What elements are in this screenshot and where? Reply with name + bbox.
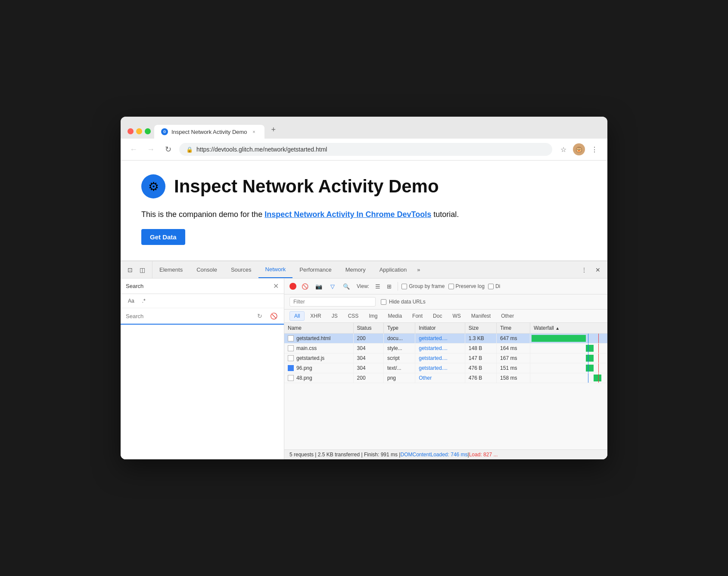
status-dom-loaded[interactable]: DOMContentLoaded: 746 ms: [400, 452, 467, 458]
waterfall-cell: [530, 353, 607, 363]
title-bar: ⚙ Inspect Network Activity Demo × +: [121, 117, 607, 139]
get-data-button[interactable]: Get Data: [141, 229, 185, 245]
devtools-link[interactable]: Inspect Network Activity In Chrome DevTo…: [264, 210, 431, 219]
preserve-log-label: Preserve log: [456, 283, 485, 289]
match-case-button[interactable]: Aa: [126, 297, 137, 305]
table-row[interactable]: getstarted.html200docu...getstarted....1…: [284, 334, 607, 344]
page-content: ⚙ Inspect Network Activity Demo This is …: [121, 161, 607, 260]
initiator-link[interactable]: Other: [419, 375, 432, 381]
tab-more-button[interactable]: »: [414, 261, 423, 278]
tab-sources[interactable]: Sources: [224, 261, 258, 278]
refresh-button[interactable]: ↻: [162, 143, 174, 155]
search-network-button[interactable]: 🔍: [341, 281, 352, 291]
tab-console[interactable]: Console: [190, 261, 224, 278]
regex-button[interactable]: .*: [140, 297, 148, 305]
type-filter-ws[interactable]: WS: [448, 311, 465, 321]
type-filter-doc[interactable]: Doc: [428, 311, 447, 321]
close-traffic-light[interactable]: [128, 128, 134, 134]
record-button[interactable]: [289, 283, 296, 290]
network-table: Name Status Type Initiator Size Time Wat…: [284, 323, 607, 383]
col-time[interactable]: Time: [497, 323, 530, 334]
file-name: 96.png: [296, 365, 312, 371]
type-filter-font[interactable]: Font: [408, 311, 427, 321]
tab-elements[interactable]: Elements: [152, 261, 190, 278]
list-view-button[interactable]: ☰: [373, 281, 383, 291]
network-table-container[interactable]: Name Status Type Initiator Size Time Wat…: [284, 323, 607, 449]
search-refresh-button[interactable]: ↻: [255, 311, 265, 321]
menu-button[interactable]: ⋮: [588, 143, 600, 155]
grid-view-button[interactable]: ⊞: [384, 281, 394, 291]
search-input[interactable]: [126, 313, 251, 319]
col-type[interactable]: Type: [384, 323, 415, 334]
group-by-frame-wrapper: Group by frame: [401, 283, 445, 289]
filter-input[interactable]: [289, 297, 376, 307]
hide-data-urls-checkbox[interactable]: [381, 299, 386, 305]
initiator-link[interactable]: getstarted....: [419, 345, 448, 351]
search-clear-button[interactable]: 🚫: [268, 311, 279, 321]
col-name[interactable]: Name: [284, 323, 353, 334]
browser-tab[interactable]: ⚙ Inspect Network Activity Demo ×: [154, 125, 264, 139]
preserve-log-checkbox[interactable]: [448, 284, 454, 289]
filter-button[interactable]: ▽: [327, 281, 338, 291]
col-waterfall[interactable]: Waterfall ▲: [530, 323, 607, 334]
type-filter-xhr[interactable]: XHR: [305, 311, 326, 321]
url-bar[interactable]: 🔒 https://devtools.glitch.me/network/get…: [179, 143, 552, 156]
resource-time: 164 ms: [497, 344, 530, 353]
waterfall-cell: [530, 334, 607, 344]
col-initiator[interactable]: Initiator: [415, 323, 465, 334]
type-filter-img[interactable]: Img: [364, 311, 382, 321]
table-row[interactable]: 48.png200pngOther476 B158 ms: [284, 373, 607, 383]
desc-before: This is the companion demo for the: [141, 210, 264, 219]
bookmark-button[interactable]: ☆: [557, 143, 569, 155]
camera-button[interactable]: 📷: [314, 281, 324, 291]
back-button[interactable]: ←: [128, 143, 140, 155]
devtools-menu-button[interactable]: ⋮: [578, 264, 590, 276]
resource-time: 151 ms: [497, 363, 530, 373]
type-filter-manifest[interactable]: Manifest: [467, 311, 495, 321]
table-row[interactable]: getstarted.js304scriptgetstarted....147 …: [284, 353, 607, 363]
forward-button[interactable]: →: [145, 143, 157, 155]
clear-button[interactable]: 🚫: [300, 281, 310, 291]
maximize-traffic-light[interactable]: [145, 128, 151, 134]
profile-avatar[interactable]: 🐵: [573, 143, 585, 155]
device-mode-icon[interactable]: ◫: [138, 265, 147, 275]
element-picker-icon[interactable]: ⊡: [126, 265, 134, 275]
tab-close-button[interactable]: ×: [251, 128, 258, 135]
separator-1: [398, 282, 398, 291]
type-filter-js[interactable]: JS: [327, 311, 342, 321]
initiator-link[interactable]: getstarted....: [419, 355, 448, 361]
col-size[interactable]: Size: [465, 323, 496, 334]
tab-memory[interactable]: Memory: [339, 261, 373, 278]
star-icon: ☆: [560, 146, 566, 154]
disable-cache-checkbox[interactable]: [488, 284, 494, 289]
type-filter-other[interactable]: Other: [496, 311, 519, 321]
new-tab-button[interactable]: +: [268, 122, 280, 139]
devtools-toolbar: ⊡ ◫ Elements Console Sources Network Per…: [121, 261, 607, 279]
page-icon-symbol: ⚙: [148, 180, 159, 194]
tab-network[interactable]: Network: [258, 261, 293, 278]
group-by-frame-checkbox[interactable]: [401, 284, 407, 289]
dom-content-line: [588, 363, 588, 373]
load-line: [598, 344, 599, 353]
file-name: getstarted.js: [296, 355, 324, 361]
minimize-traffic-light[interactable]: [136, 128, 142, 134]
network-panel: 🚫 📷 ▽ 🔍 View: ☰ ⊞ Group by frame: [284, 279, 607, 459]
initiator-link[interactable]: getstarted....: [419, 335, 448, 341]
tab-application[interactable]: Application: [373, 261, 414, 278]
table-row[interactable]: 96.png304text/...getstarted....476 B151 …: [284, 363, 607, 373]
type-filter-css[interactable]: CSS: [343, 311, 364, 321]
initiator-link[interactable]: getstarted....: [419, 365, 448, 371]
resource-type: text/...: [384, 363, 415, 373]
status-load[interactable]: Load: 827 ...: [469, 452, 498, 458]
search-close-button[interactable]: ✕: [273, 282, 279, 290]
type-filter-all[interactable]: All: [289, 311, 305, 321]
col-status[interactable]: Status: [353, 323, 383, 334]
devtools-tabs: Elements Console Sources Network Perform…: [152, 261, 575, 278]
tab-performance[interactable]: Performance: [292, 261, 338, 278]
devtools-close-button[interactable]: ✕: [592, 264, 604, 276]
file-type-icon: [288, 335, 294, 341]
type-filter-media[interactable]: Media: [383, 311, 407, 321]
devtools-actions: ⋮ ✕: [575, 264, 607, 276]
table-row[interactable]: main.css304style...getstarted....148 B16…: [284, 344, 607, 353]
network-controls: 🚫 📷 ▽ 🔍 View: ☰ ⊞ Group by frame: [284, 279, 607, 294]
